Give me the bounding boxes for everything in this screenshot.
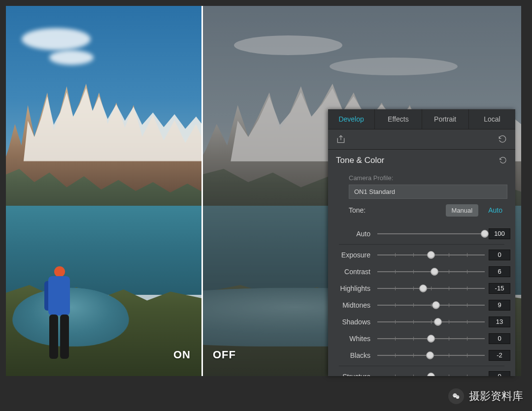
slider-value-highlights[interactable]: -15	[489, 283, 510, 294]
compare-on-label: ON	[173, 348, 191, 361]
svg-point-5	[458, 396, 459, 397]
slider-thumb-blacks[interactable]	[426, 351, 434, 359]
reset-panel-icon[interactable]	[498, 134, 507, 144]
slider-label-auto: Auto	[333, 230, 373, 238]
develop-panel: Develop Effects Portrait Local Tone & Co…	[328, 109, 515, 376]
slider-shadows[interactable]	[377, 317, 485, 327]
svg-point-4	[457, 396, 457, 397]
svg-point-1	[456, 395, 460, 399]
slider-label-contrast: Contrast	[333, 268, 373, 276]
slider-value-exposure[interactable]: 0	[489, 250, 510, 260]
slider-thumb-structure[interactable]	[427, 373, 435, 376]
slider-thumb-midtones[interactable]	[432, 301, 440, 309]
tone-manual-button[interactable]: Manual	[446, 204, 479, 217]
compare-off-label: OFF	[213, 348, 236, 361]
slider-value-midtones[interactable]: 9	[489, 300, 510, 311]
reset-section-icon[interactable]	[499, 156, 507, 165]
hiker-figure	[39, 266, 79, 365]
slider-label-structure: Structure	[333, 373, 373, 376]
watermark-text: 摄影资料库	[469, 389, 523, 404]
slider-blacks[interactable]	[377, 350, 485, 360]
tab-develop[interactable]: Develop	[328, 109, 375, 129]
watermark: 摄影资料库	[448, 388, 523, 404]
slider-label-blacks: Blacks	[333, 351, 373, 359]
slider-value-structure[interactable]: 0	[489, 371, 510, 376]
wechat-icon	[448, 388, 464, 404]
slider-thumb-contrast[interactable]	[431, 268, 438, 276]
slider-label-shadows: Shadows	[333, 318, 373, 326]
compare-divider[interactable]	[201, 6, 203, 376]
slider-value-contrast[interactable]: 6	[489, 266, 510, 277]
slider-label-whites: Whites	[333, 335, 373, 343]
tone-label: Tone:	[349, 206, 366, 214]
slider-value-blacks[interactable]: -2	[489, 350, 510, 361]
slider-structure[interactable]	[377, 372, 485, 376]
tab-portrait[interactable]: Portrait	[422, 109, 469, 129]
section-title: Tone & Color	[336, 156, 384, 165]
tone-mode-segment: Manual	[446, 204, 479, 217]
preview-on-half	[6, 6, 202, 376]
tab-effects[interactable]: Effects	[375, 109, 422, 129]
slider-auto[interactable]	[377, 229, 485, 239]
slider-whites[interactable]	[377, 334, 485, 344]
slider-thumb-shadows[interactable]	[434, 318, 442, 326]
slider-value-shadows[interactable]: 13	[489, 316, 510, 327]
slider-label-highlights: Highlights	[333, 285, 373, 292]
svg-point-2	[454, 395, 455, 396]
slider-value-auto[interactable]: 100	[489, 228, 510, 239]
slider-exposure[interactable]	[377, 250, 485, 260]
slider-value-whites[interactable]: 0	[489, 333, 510, 344]
slider-highlights[interactable]	[377, 284, 485, 293]
slider-contrast[interactable]	[377, 267, 485, 277]
slider-label-midtones: Midtones	[333, 301, 373, 309]
slider-thumb-exposure[interactable]	[427, 251, 435, 259]
slider-thumb-highlights[interactable]	[419, 285, 427, 292]
slider-label-exposure: Exposure	[333, 251, 373, 259]
slider-thumb-auto[interactable]	[481, 230, 489, 238]
camera-profile-label: Camera Profile:	[336, 171, 507, 185]
svg-point-3	[455, 395, 456, 396]
panel-tabs: Develop Effects Portrait Local	[328, 109, 515, 129]
camera-profile-dropdown[interactable]: ON1 Standard	[349, 185, 507, 199]
tone-auto-button[interactable]: Auto	[483, 204, 507, 217]
slider-thumb-whites[interactable]	[427, 335, 435, 343]
export-icon[interactable]	[336, 134, 346, 144]
tab-local[interactable]: Local	[469, 109, 515, 129]
slider-midtones[interactable]	[377, 300, 485, 310]
